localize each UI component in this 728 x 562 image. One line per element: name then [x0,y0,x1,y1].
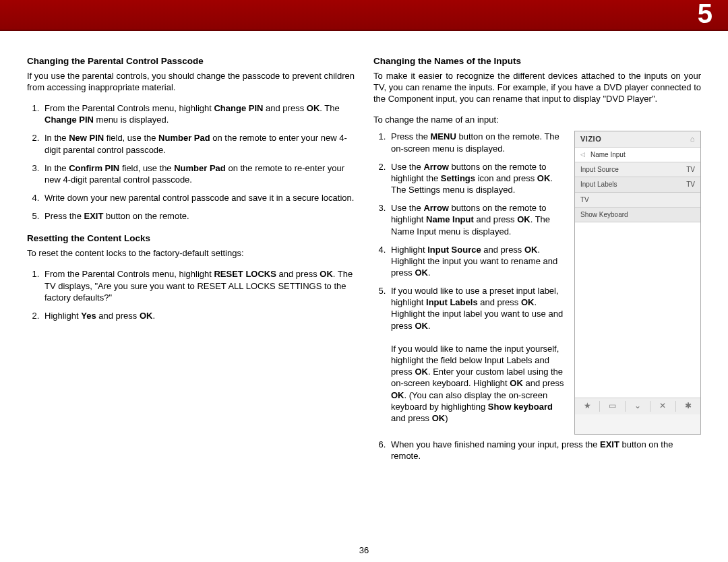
left-column: Changing the Parental Control Passcode I… [27,55,355,472]
back-arrow-icon: ◁ [580,151,585,159]
section-heading: Changing the Parental Control Passcode [27,55,355,67]
section-heading: Changing the Names of the Inputs [373,55,701,67]
osd-row-label: Input Source [580,165,619,174]
section-lead: To change the name of an input: [373,114,701,125]
input-name-steps: Press the MENU button on the remote. The… [388,131,565,424]
osd-panel: VIZIO ⌂ ◁ Name Input Input Source TV Inp… [574,131,701,435]
osd-row: TV [575,193,700,208]
page-number: 36 [0,545,728,555]
section-heading: Resetting the Content Locks [27,232,355,245]
osd-title-text: Name Input [590,150,626,159]
osd-row: Input Labels TV [575,177,700,192]
x-icon: ✕ [650,401,675,412]
osd-row-value: TV [686,165,695,174]
step: In the Confirm PIN field, use the Number… [42,162,355,185]
section-intro: To make it easier to recognize the diffe… [373,70,701,104]
chapter-number: 5 [698,0,713,29]
v-icon: ⌄ [626,401,650,412]
reset-steps: From the Parental Controls menu, highlig… [42,268,355,321]
step: From the Parental Controls menu, highlig… [42,102,355,125]
osd-row-label: Input Labels [580,180,617,189]
osd-brand-row: VIZIO ⌂ [575,131,700,148]
step: Use the Arrow buttons on the remote to h… [388,202,565,237]
step: Highlight Yes and press OK. [42,310,355,321]
osd-row: Show Keyboard [575,208,700,222]
steps-container: Press the MENU button on the remote. The… [373,131,565,435]
star-icon: ★ [575,401,600,412]
osd-row: Input Source TV [575,162,700,177]
step: From the Parental Controls menu, highlig… [42,268,355,303]
passcode-steps: From the Parental Controls menu, highlig… [42,102,355,222]
gear-icon: ✱ [676,401,700,412]
section-intro: To reset the content locks to the factor… [27,247,355,259]
step: Press the MENU button on the remote. The… [388,131,565,154]
osd-footer: ★ ▭ ⌄ ✕ ✱ [575,398,700,414]
right-column: Changing the Names of the Inputs To make… [373,55,701,472]
brand-logo: VIZIO [580,134,601,144]
step: Write down your new parental control pas… [42,192,355,204]
osd-row-label: Show Keyboard [580,210,628,219]
osd-menu-title: ◁ Name Input [575,148,700,162]
step: If you would like to use a preset input … [388,285,565,424]
osd-row-label: TV [580,195,589,204]
step: Highlight Input Source and press OK. Hig… [388,244,565,278]
wide-icon: ▭ [600,401,625,412]
step: In the New PIN field, use the Number Pad… [42,132,355,155]
step: When you have finished naming your input… [388,439,701,462]
step: Press the EXIT button on the remote. [42,210,355,222]
section-intro: If you use the parental controls, you sh… [27,70,355,93]
chapter-header-bar: 5 [0,0,728,31]
osd-blank-area [575,222,700,398]
steps-and-panel: Press the MENU button on the remote. The… [373,131,701,435]
page-body: Changing the Parental Control Passcode I… [0,31,728,479]
step: Use the Arrow buttons on the remote to h… [388,161,565,195]
home-icon: ⌂ [690,134,695,144]
input-name-steps-cont: When you have finished naming your input… [388,439,701,462]
osd-row-value: TV [686,180,695,189]
